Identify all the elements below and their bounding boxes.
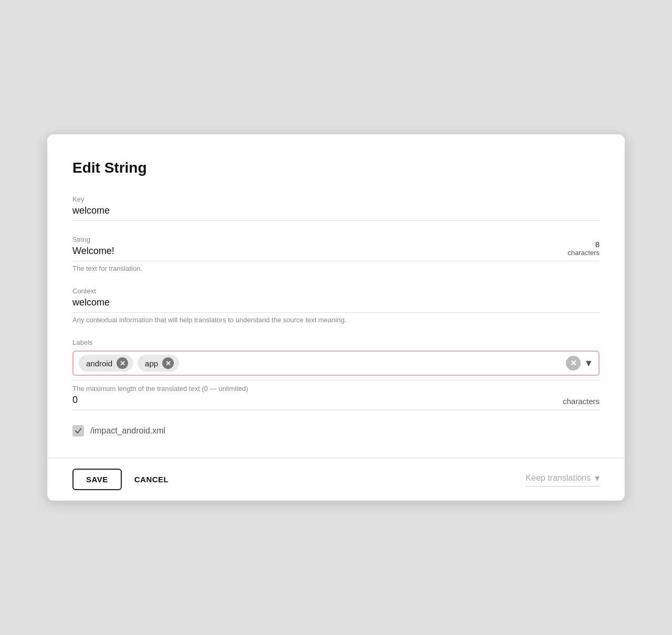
context-label: Context (72, 287, 600, 295)
max-length-divider (72, 410, 600, 410)
string-hint: The text for translation. (72, 264, 600, 272)
string-label: String (72, 236, 559, 244)
labels-label: Labels (72, 338, 600, 346)
chip-app: app✕ (138, 355, 179, 372)
char-count-number: 8 (568, 240, 600, 249)
labels-input-row[interactable]: android✕app✕ ✕ ▼ (72, 351, 600, 376)
context-divider (72, 312, 600, 313)
string-row: String Welcome! 8 characters (72, 236, 600, 261)
label-chips: android✕app✕ (79, 355, 562, 372)
key-divider (72, 220, 600, 221)
string-divider (72, 261, 600, 261)
labels-divider (72, 380, 600, 380)
labels-right-controls: ✕ ▼ (566, 356, 593, 371)
max-length-unit: characters (563, 397, 600, 410)
clear-all-button[interactable]: ✕ (566, 356, 581, 371)
context-value: welcome (72, 297, 600, 312)
labels-section: Labels android✕app✕ ✕ ▼ (72, 338, 600, 380)
chip-remove-android[interactable]: ✕ (117, 357, 128, 369)
string-label-col: String Welcome! (72, 236, 559, 261)
max-length-section: The maximum length of the translated tex… (72, 385, 600, 410)
context-hint: Any contextual information that will hel… (72, 316, 600, 324)
dialog-title: Edit String (72, 160, 600, 176)
chip-label-android: android (86, 359, 112, 368)
char-count-unit: characters (568, 249, 600, 257)
chip-label-app: app (145, 359, 158, 368)
max-length-hint: The maximum length of the translated tex… (72, 385, 600, 393)
file-checkbox[interactable] (72, 425, 84, 437)
cancel-button[interactable]: CANCEL (124, 470, 180, 489)
labels-dropdown-arrow[interactable]: ▼ (584, 358, 593, 368)
dialog-body: Edit String Key welcome String Welcome! … (47, 134, 625, 458)
char-count: 8 characters (559, 240, 600, 261)
keep-translations-label: Keep translations (526, 473, 591, 483)
file-name: /impact_android.xml (90, 426, 165, 436)
keep-translations-group[interactable]: Keep translations ▾ (526, 472, 600, 486)
save-button[interactable]: SAVE (72, 469, 122, 490)
context-field-group: Context welcome Any contextual informati… (72, 287, 600, 324)
dialog-footer: SAVE CANCEL Keep translations ▾ (47, 458, 625, 501)
max-length-row: 0 characters (72, 395, 600, 410)
file-section: /impact_android.xml (72, 425, 600, 437)
key-field-group: Key welcome (72, 195, 600, 221)
string-field-group: String Welcome! 8 characters The text fo… (72, 236, 600, 272)
max-length-value: 0 (72, 395, 78, 410)
string-value: Welcome! (72, 246, 559, 261)
chip-remove-app[interactable]: ✕ (162, 357, 174, 369)
key-label: Key (72, 195, 600, 203)
keep-translations-dropdown-arrow[interactable]: ▾ (595, 472, 600, 484)
key-value: welcome (72, 205, 600, 220)
edit-string-dialog: Edit String Key welcome String Welcome! … (47, 134, 625, 501)
chip-android: android✕ (79, 355, 133, 372)
